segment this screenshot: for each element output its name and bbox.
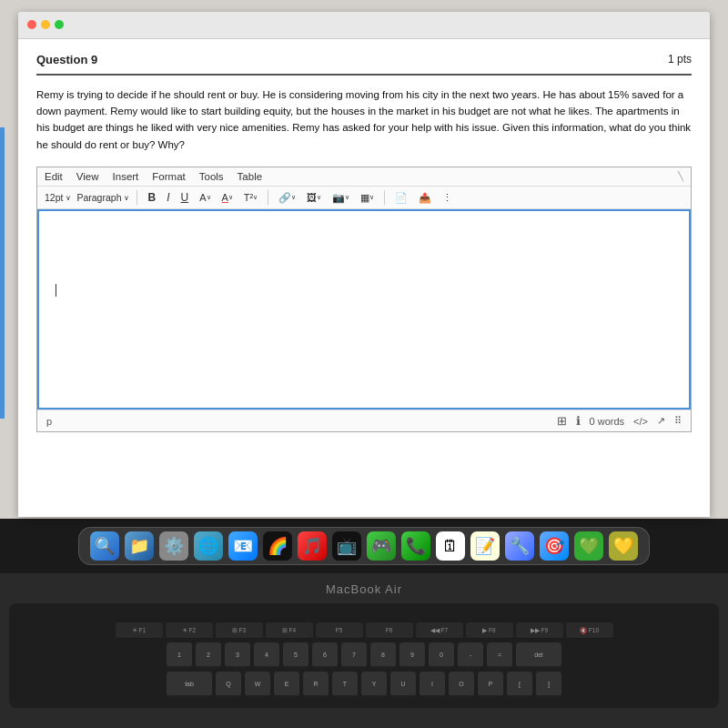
key-2[interactable]: 2 [196, 642, 221, 668]
dock-icon-calendar[interactable]: 🗓 [436, 531, 465, 561]
dock-icon-safari[interactable]: 🌐 [194, 531, 223, 561]
key-f4[interactable]: ⊞ F4 [266, 622, 313, 639]
more-button[interactable]: ⋮ [440, 191, 455, 205]
key-f5[interactable]: F5 [316, 622, 363, 639]
menu-edit[interactable]: Edit [45, 171, 63, 182]
key-7[interactable]: 7 [341, 642, 367, 668]
status-right: ⊞ ℹ 0 words </> ↗ ⠿ [557, 414, 682, 428]
share-button[interactable]: 📤 [416, 191, 434, 205]
media-button[interactable]: 📷∨ [329, 191, 352, 205]
code-view-btn[interactable]: </> [633, 416, 648, 427]
question-body: Remy is trying to decide if he should re… [36, 86, 692, 154]
menu-tools[interactable]: Tools [199, 171, 224, 182]
status-bar: p ⊞ ℹ 0 words </> ↗ ⠿ [37, 410, 691, 431]
key-f8[interactable]: ▶ F8 [466, 622, 513, 639]
key-0[interactable]: 0 [429, 642, 454, 668]
key-w[interactable]: W [245, 672, 270, 697]
question-pts: 1 pts [668, 53, 692, 66]
underline-button[interactable]: U [178, 190, 192, 205]
font-color-button[interactable]: A∨ [197, 191, 213, 204]
key-f10[interactable]: 🔇 F10 [566, 622, 613, 639]
key-o[interactable]: O [449, 672, 474, 697]
key-row-1: 1 2 3 4 5 6 7 8 9 0 - = del [167, 642, 561, 668]
editor-container: Edit View Insert Format Tools Table ╲ 12… [36, 167, 692, 432]
key-y[interactable]: Y [361, 672, 387, 697]
key-f9[interactable]: ▶▶ F9 [516, 622, 563, 639]
dock-icon-notes[interactable]: 📝 [470, 531, 500, 561]
dock-icon-system[interactable]: 🔧 [505, 531, 534, 561]
dock-icon-music[interactable]: 🎵 [298, 531, 327, 561]
dock-icon-yellow[interactable]: 💛 [609, 531, 638, 561]
key-4[interactable]: 4 [254, 642, 279, 668]
key-f2[interactable]: ☀ F2 [166, 622, 213, 639]
dock-icon-mail[interactable]: 📧 [228, 531, 258, 561]
bold-button[interactable]: B [145, 190, 158, 205]
screen: Question 9 1 pts Remy is trying to decid… [0, 0, 728, 519]
key-t[interactable]: T [332, 672, 358, 697]
browser-dots [27, 20, 64, 29]
superscript-button[interactable]: T²∨ [241, 191, 260, 204]
paragraph-indicator: p [46, 416, 52, 427]
menu-view[interactable]: View [76, 171, 99, 182]
menu-insert[interactable]: Insert [113, 171, 139, 182]
text-cursor [56, 284, 56, 297]
key-f3[interactable]: ⊞ F3 [216, 622, 263, 639]
image-button[interactable]: 🖼∨ [304, 191, 324, 204]
key-u[interactable]: U [390, 672, 416, 697]
key-delete[interactable]: del [516, 642, 561, 668]
grip-icon: ⠿ [674, 415, 682, 427]
text-input-area[interactable] [37, 209, 691, 410]
minimize-dot[interactable] [41, 20, 50, 29]
dock-icon-finder[interactable]: 🔍 [90, 531, 119, 561]
embed-button[interactable]: ▦∨ [358, 191, 377, 205]
dock-icon-appstore[interactable]: 🎯 [540, 531, 569, 561]
key-lbracket[interactable]: [ [507, 672, 532, 697]
key-f7[interactable]: ◀◀ F7 [416, 622, 463, 639]
key-minus[interactable]: - [458, 642, 483, 668]
key-rbracket[interactable]: ] [536, 672, 561, 697]
key-f1[interactable]: ☀ F1 [116, 622, 163, 639]
key-3[interactable]: 3 [225, 642, 250, 668]
doc-button[interactable]: 📄 [392, 191, 410, 205]
expand-icon[interactable]: ↗ [657, 415, 665, 427]
menu-format[interactable]: Format [152, 171, 185, 182]
key-6[interactable]: 6 [312, 642, 338, 668]
close-dot[interactable] [27, 20, 36, 29]
menu-table[interactable]: Table [238, 171, 263, 182]
dock-icon-files[interactable]: 📁 [125, 531, 154, 561]
dock-icon-green[interactable]: 💚 [574, 531, 603, 561]
key-e[interactable]: E [274, 672, 299, 697]
font-size-select[interactable]: 12pt ∨ [45, 192, 71, 203]
grid-icon: ⊞ [557, 414, 567, 428]
key-r[interactable]: R [303, 672, 329, 697]
browser-window: Question 9 1 pts Remy is trying to decid… [18, 12, 710, 517]
dock-icon-tv[interactable]: 📺 [332, 531, 361, 561]
key-f6[interactable]: F6 [366, 622, 413, 639]
info-icon: ℹ [576, 414, 581, 428]
keyboard-area: ☀ F1 ☀ F2 ⊞ F3 ⊞ F4 F5 F6 ◀◀ F7 ▶ F8 ▶▶ … [9, 603, 719, 708]
key-5[interactable]: 5 [283, 642, 308, 668]
paragraph-select[interactable]: Paragraph ∨ [76, 192, 129, 203]
italic-button[interactable]: I [164, 190, 172, 205]
dock-icon-game[interactable]: 🎮 [367, 531, 396, 561]
dock-icon-photos[interactable]: 🌈 [263, 531, 292, 561]
key-p[interactable]: P [478, 672, 503, 697]
key-1[interactable]: 1 [167, 642, 192, 668]
key-8[interactable]: 8 [370, 642, 396, 668]
highlight-button[interactable]: A∨ [219, 191, 236, 204]
key-i[interactable]: I [420, 672, 445, 697]
word-count: 0 words [590, 416, 625, 427]
font-size-value: 12pt [45, 192, 63, 203]
divider-2 [268, 190, 268, 205]
key-equal[interactable]: = [487, 642, 512, 668]
key-tab[interactable]: tab [167, 672, 212, 697]
link-button[interactable]: 🔗∨ [276, 191, 298, 205]
dock-icon-settings[interactable]: ⚙️ [159, 531, 188, 561]
dock-bar: 🔍 📁 ⚙️ 🌐 📧 🌈 🎵 📺 🎮 📞 🗓 📝 🔧 🎯 💚 💛 [0, 519, 728, 573]
laptop-body: MacBook Air ☀ F1 ☀ F2 ⊞ F3 ⊞ F4 F5 F6 ◀◀… [0, 573, 728, 728]
maximize-dot[interactable] [55, 20, 64, 29]
paragraph-value: Paragraph [76, 192, 121, 203]
key-9[interactable]: 9 [399, 642, 425, 668]
dock-icon-facetime[interactable]: 📞 [401, 531, 430, 561]
key-q[interactable]: Q [216, 672, 241, 697]
